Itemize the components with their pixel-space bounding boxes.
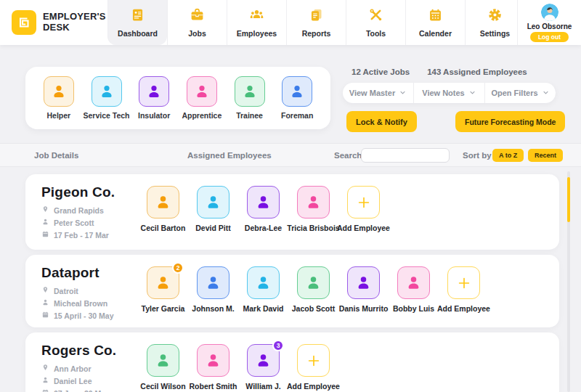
role-filter-apprentice[interactable]: Apprentice <box>178 76 226 120</box>
nav-item-label: Calender <box>419 29 452 38</box>
employee-name: Jacob Scott <box>292 304 336 313</box>
job-meta-text: 17 Feb - 17 Mar <box>54 231 109 240</box>
logout-button[interactable]: Log out <box>530 32 569 42</box>
add-employee-button[interactable]: Add Employee <box>439 266 489 327</box>
dropdown-view-master[interactable]: View Master <box>343 83 414 103</box>
dashboard-card-icon <box>130 7 145 25</box>
briefcase-icon <box>190 7 205 25</box>
employee-chip[interactable]: Devid Pitt <box>188 186 238 250</box>
calendar-icon <box>428 7 443 25</box>
job-meta-text: Ann Arbor <box>54 364 92 373</box>
top-nav-bar: EMPLOYER'S DESK DashboardJobsEmployeesRe… <box>0 0 581 45</box>
plus-icon <box>297 344 330 377</box>
chevron-down-icon <box>468 89 476 98</box>
assigned-employees-stat: 143 Assigned Employees <box>427 68 527 76</box>
job-details: Rogers Co.Ann ArborDaniel Lee07 Jan - 20… <box>41 343 138 392</box>
employee-chip[interactable]: 2Tyler Garcia <box>138 266 188 327</box>
job-meta-line: Ann Arbor <box>41 364 138 373</box>
nav-item-settings[interactable]: Settings <box>465 0 524 45</box>
nav-item-label: Tools <box>366 29 386 38</box>
col-assigned-employees: Assigned Employees <box>187 151 272 160</box>
job-list: Pigeon Co.Grand RapidsPeter Scott17 Feb … <box>25 174 559 392</box>
search-input[interactable] <box>361 148 450 163</box>
person-icon <box>147 186 179 219</box>
nav-item-tools[interactable]: Tools <box>346 0 405 45</box>
active-jobs-stat: 12 Active Jobs <box>352 68 410 76</box>
assigned-employees: Cecil WilsonRobert Smith3William J.Add E… <box>138 343 338 392</box>
user-menu[interactable]: Leo Obsorne Log out <box>517 0 581 45</box>
person-icon <box>347 266 380 299</box>
person-icon <box>282 76 312 107</box>
role-filter-insulator[interactable]: Insulator <box>130 76 178 120</box>
employee-chip[interactable]: Tricia Brisbois <box>288 186 338 250</box>
manager-icon <box>41 376 49 385</box>
employee-chip[interactable]: Danis Murrito <box>338 266 389 327</box>
role-filter-helper[interactable]: Helper <box>35 76 83 120</box>
forecasting-mode-button[interactable]: Future Forecasting Mode <box>455 111 565 132</box>
scrollbar-thumb[interactable] <box>567 177 570 222</box>
person-icon <box>187 76 217 107</box>
nav-item-jobs[interactable]: Jobs <box>167 0 227 45</box>
employee-chip[interactable]: Cecil Wilson <box>138 344 188 392</box>
sort-recent-button[interactable]: Recent <box>528 149 563 162</box>
nav-item-dashboard[interactable]: Dashboard <box>107 0 167 45</box>
add-employee-button[interactable]: Add Employee <box>288 344 338 392</box>
role-label: Service Tech <box>84 111 130 120</box>
employee-chip[interactable]: Cecil Barton <box>138 186 188 250</box>
view-controls: View MasterView NotesOpen Filters <box>343 83 556 103</box>
dates-icon <box>41 388 49 392</box>
brand-title: EMPLOYER'S DESK <box>43 12 106 33</box>
job-meta-line: Peter Scott <box>41 218 138 227</box>
employee-chip[interactable]: Johnson M. <box>188 266 238 327</box>
employee-chip[interactable]: Debra-Lee <box>238 186 288 250</box>
employee-chip[interactable]: Bobby Luis <box>389 266 439 327</box>
employers-desk-app: EMPLOYER'S DESK DashboardJobsEmployeesRe… <box>0 0 581 392</box>
employee-chip[interactable]: 3William J. <box>238 344 288 392</box>
dropdown-open-filters[interactable]: Open Filters <box>485 83 556 103</box>
person-icon <box>92 76 122 107</box>
job-meta-line: Daniel Lee <box>41 376 138 385</box>
search-label: Search <box>334 151 362 160</box>
employee-chip[interactable]: Robert Smith <box>188 344 238 392</box>
job-row-pigeon-co: Pigeon Co.Grand RapidsPeter Scott17 Feb … <box>25 174 559 250</box>
job-meta-text: 15 April - 30 May <box>54 311 113 320</box>
nav-item-calender[interactable]: Calender <box>405 0 465 45</box>
job-company-name: Pigeon Co. <box>41 184 138 200</box>
employee-chip[interactable]: Mark David <box>238 266 288 327</box>
employee-name: Mark David <box>243 304 283 313</box>
person-icon <box>139 76 169 107</box>
employee-name: Devid Pitt <box>195 224 230 232</box>
add-employee-button[interactable]: Add Employee <box>338 186 389 250</box>
job-meta-line: Micheal Brown <box>41 298 138 308</box>
list-header: Job Details Assigned Employees Search So… <box>0 143 581 167</box>
job-details: DataportDatroitMicheal Brown15 April - 3… <box>41 265 138 327</box>
person-icon <box>297 266 330 299</box>
user-avatar <box>541 4 558 21</box>
location-icon <box>41 205 49 215</box>
role-filter-service-tech[interactable]: Service Tech <box>83 76 131 120</box>
add-employee-label: Add Employee <box>437 304 490 313</box>
brand[interactable]: EMPLOYER'S DESK <box>0 0 107 45</box>
nav-item-employees[interactable]: Employees <box>227 0 286 45</box>
role-filter-trainee[interactable]: Trainee <box>226 76 274 120</box>
job-meta-line: 17 Feb - 17 Mar <box>41 230 138 240</box>
person-icon <box>397 266 430 299</box>
sort-by-label: Sort by <box>463 151 492 160</box>
sort-atoz-button[interactable]: A to Z <box>492 149 524 162</box>
dropdown-view-notes[interactable]: View Notes <box>414 83 485 103</box>
role-filter-foreman[interactable]: Foreman <box>273 76 321 120</box>
nav-item-label: Employees <box>237 29 277 38</box>
reports-pages-icon <box>309 7 324 25</box>
plus-icon <box>347 186 380 219</box>
add-employee-label: Add Employee <box>287 382 340 391</box>
assigned-employees: Cecil BartonDevid PittDebra-LeeTricia Br… <box>138 184 389 250</box>
role-filters-card: HelperService TechInsulatorApprenticeTra… <box>25 67 330 129</box>
person-icon <box>147 344 179 377</box>
nav-item-reports[interactable]: Reports <box>286 0 346 45</box>
job-meta-line: Datroit <box>41 286 138 295</box>
lock-notify-button[interactable]: Lock & Notify <box>346 111 417 132</box>
person-icon <box>297 186 330 219</box>
employee-name: Tyler Garcia <box>142 304 185 313</box>
nav-item-label: Reports <box>302 29 331 38</box>
employee-chip[interactable]: Jacob Scott <box>288 266 338 327</box>
